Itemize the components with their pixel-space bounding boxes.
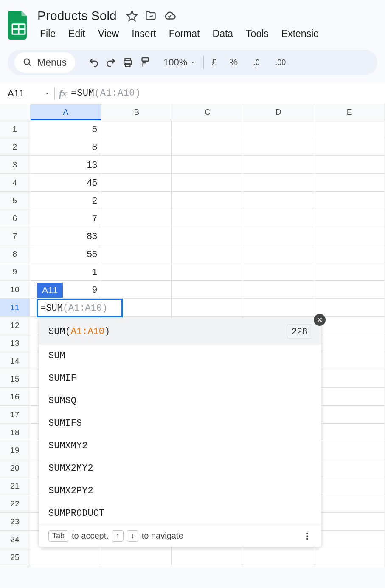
suggestion-item[interactable]: SUMXMY2 [39,435,321,457]
row-header-22[interactable]: 22 [0,495,30,513]
row-header-16[interactable]: 16 [0,388,30,406]
menu-file[interactable]: File [35,25,61,42]
suggestion-item[interactable]: SUMPRODUCT [39,502,321,525]
currency-button[interactable]: £ [211,57,216,68]
cell-C2[interactable] [172,138,243,156]
cell-C11[interactable] [172,299,243,317]
cell-A2[interactable]: 8 [30,138,101,156]
menu-format[interactable]: Format [164,25,205,42]
cell-B6[interactable] [101,209,172,227]
cell-E23[interactable] [314,513,385,531]
cell-E3[interactable] [314,156,385,174]
suggestion-item[interactable]: SUMSQ [39,390,321,412]
zoom-dropdown[interactable]: 100% [163,57,196,68]
row-header-19[interactable]: 19 [0,441,30,459]
cell-D8[interactable] [243,245,314,263]
row-header-25[interactable]: 25 [0,548,30,566]
cell-C5[interactable] [172,192,243,209]
spreadsheet-grid[interactable]: ABCDE 1528313445526778385591109111213141… [0,104,385,566]
cell-E18[interactable] [314,424,385,441]
row-header-10[interactable]: 10 [0,281,30,299]
row-header-7[interactable]: 7 [0,227,30,245]
cell-E7[interactable] [314,227,385,245]
row-header-8[interactable]: 8 [0,245,30,263]
suggestion-item[interactable]: SUM [39,345,321,367]
cell-E6[interactable] [314,209,385,227]
cell-D2[interactable] [243,138,314,156]
row-header-3[interactable]: 3 [0,156,30,174]
cell-E22[interactable] [314,495,385,513]
cell-C3[interactable] [172,156,243,174]
row-header-1[interactable]: 1 [0,120,30,138]
cell-D3[interactable] [243,156,314,174]
row-header-24[interactable]: 24 [0,531,30,548]
row-header-9[interactable]: 9 [0,263,30,281]
cell-C10[interactable] [172,281,243,299]
cell-E11[interactable] [314,299,385,317]
cell-E14[interactable] [314,352,385,370]
cell-editor[interactable]: =SUM(A1:A10) [37,299,123,317]
row-header-13[interactable]: 13 [0,334,30,352]
column-header-B[interactable]: B [101,104,172,120]
cell-E5[interactable] [314,192,385,209]
cell-D11[interactable] [243,299,314,317]
cell-E20[interactable] [314,459,385,477]
document-title[interactable]: Products Sold [35,8,119,24]
cell-C9[interactable] [172,263,243,281]
cell-A7[interactable]: 83 [30,227,101,245]
cell-A3[interactable]: 13 [30,156,101,174]
row-header-17[interactable]: 17 [0,406,30,424]
cell-E25[interactable] [314,548,385,566]
percent-button[interactable]: % [230,57,238,68]
cell-D7[interactable] [243,227,314,245]
cell-B1[interactable] [101,120,172,138]
menu-search[interactable]: Menus [14,52,75,73]
row-header-20[interactable]: 20 [0,459,30,477]
redo-button[interactable] [105,57,117,68]
cell-B3[interactable] [101,156,172,174]
cell-B9[interactable] [101,263,172,281]
column-header-C[interactable]: C [172,104,243,120]
cell-B8[interactable] [101,245,172,263]
select-all-corner[interactable] [0,104,31,120]
suggestion-item[interactable]: SUM(A1:A10) 228 [39,318,321,345]
cell-E21[interactable] [314,477,385,495]
cell-B10[interactable] [101,281,172,299]
suggestion-item[interactable]: SUMIFS [39,412,321,435]
menu-data[interactable]: Data [208,25,239,42]
cell-D1[interactable] [243,120,314,138]
suggestion-item[interactable]: SUMX2PY2 [39,480,321,502]
formula-input[interactable]: =SUM(A1:A10) [71,88,141,99]
row-header-4[interactable]: 4 [0,174,30,192]
cell-D5[interactable] [243,192,314,209]
cell-B25[interactable] [101,548,172,566]
cell-E17[interactable] [314,406,385,424]
row-header-21[interactable]: 21 [0,477,30,495]
cell-A5[interactable]: 2 [30,192,101,209]
cell-B7[interactable] [101,227,172,245]
row-header-6[interactable]: 6 [0,209,30,227]
row-header-12[interactable]: 12 [0,317,30,334]
cell-D25[interactable] [243,548,314,566]
cell-B2[interactable] [101,138,172,156]
star-icon[interactable] [126,10,138,22]
row-header-11[interactable]: 11 [0,299,30,317]
cell-E15[interactable] [314,370,385,388]
row-header-15[interactable]: 15 [0,370,30,388]
undo-button[interactable] [88,57,100,68]
row-header-2[interactable]: 2 [0,138,30,156]
cell-A6[interactable]: 7 [30,209,101,227]
menu-insert[interactable]: Insert [126,25,161,42]
move-icon[interactable] [145,10,157,22]
cell-D10[interactable] [243,281,314,299]
cell-E16[interactable] [314,388,385,406]
row-header-23[interactable]: 23 [0,513,30,531]
cell-C1[interactable] [172,120,243,138]
cell-B4[interactable] [101,174,172,192]
sheets-app-icon[interactable] [8,11,30,40]
cell-E8[interactable] [314,245,385,263]
cloud-status-icon[interactable] [163,9,176,22]
close-suggestions-button[interactable] [314,314,326,326]
menu-tools[interactable]: Tools [241,25,274,42]
name-box[interactable]: A11 [8,88,50,99]
